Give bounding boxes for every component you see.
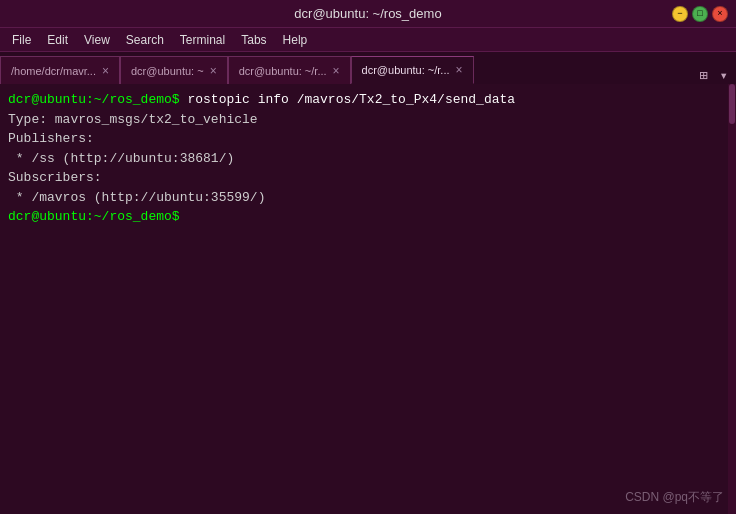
window-controls: − □ × [672,6,728,22]
tab-2[interactable]: dcr@ubuntu: ~× [120,56,228,84]
menu-item-file[interactable]: File [4,31,39,49]
tabbar-actions: ⊞ ▾ [695,67,736,84]
maximize-button[interactable]: □ [692,6,708,22]
tab-dropdown-icon[interactable]: ▾ [716,67,732,84]
titlebar: dcr@ubuntu: ~/ros_demo − □ × [0,0,736,28]
tab-close-4[interactable]: × [456,63,463,77]
menu-item-view[interactable]: View [76,31,118,49]
tab-close-1[interactable]: × [102,64,109,78]
tab-label-1: /home/dcr/mavr... [11,65,96,77]
menu-item-edit[interactable]: Edit [39,31,76,49]
tab-label-4: dcr@ubuntu: ~/r... [362,64,450,76]
watermark: CSDN @pq不等了 [625,489,724,506]
new-tab-icon[interactable]: ⊞ [695,67,711,84]
tab-label-2: dcr@ubuntu: ~ [131,65,204,77]
terminal-line: Type: mavros_msgs/tx2_to_vehicle [8,110,728,130]
terminal-line: Subscribers: [8,168,728,188]
scrollbar[interactable] [728,84,736,514]
tab-4[interactable]: dcr@ubuntu: ~/r...× [351,56,474,84]
tab-close-2[interactable]: × [210,64,217,78]
tab-1[interactable]: /home/dcr/mavr...× [0,56,120,84]
menu-item-terminal[interactable]: Terminal [172,31,233,49]
menu-item-tabs[interactable]: Tabs [233,31,274,49]
menu-item-help[interactable]: Help [275,31,316,49]
close-button[interactable]: × [712,6,728,22]
tabbar: /home/dcr/mavr...×dcr@ubuntu: ~×dcr@ubun… [0,52,736,84]
terminal-line: dcr@ubuntu:~/ros_demo$ [8,207,728,227]
terminal-content[interactable]: dcr@ubuntu:~/ros_demo$ rostopic info /ma… [0,84,736,514]
scrollbar-thumb [729,84,735,124]
menubar: FileEditViewSearchTerminalTabsHelp [0,28,736,52]
window-title: dcr@ubuntu: ~/ros_demo [294,6,441,21]
terminal-line: dcr@ubuntu:~/ros_demo$ rostopic info /ma… [8,90,728,110]
tab-3[interactable]: dcr@ubuntu: ~/r...× [228,56,351,84]
tab-close-3[interactable]: × [333,64,340,78]
terminal-line: * /ss (http://ubuntu:38681/) [8,149,728,169]
terminal-line: * /mavros (http://ubuntu:35599/) [8,188,728,208]
tab-label-3: dcr@ubuntu: ~/r... [239,65,327,77]
minimize-button[interactable]: − [672,6,688,22]
terminal-line: Publishers: [8,129,728,149]
menu-item-search[interactable]: Search [118,31,172,49]
